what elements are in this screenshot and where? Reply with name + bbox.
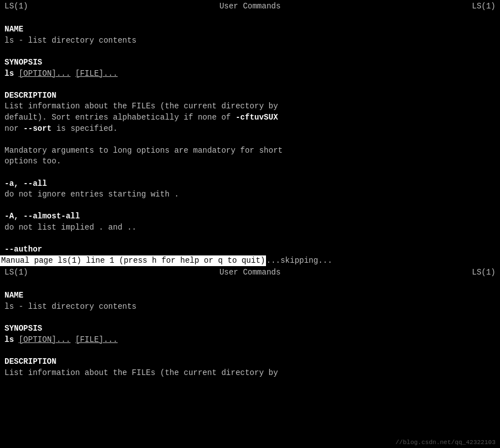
header-bar-1: LS(1) User Commands LS(1)	[0, 0, 500, 13]
description-line2: default). Sort entries alphabetically if…	[0, 112, 500, 124]
header1-center: User Commands	[219, 1, 281, 12]
description-line1: List information about the FILEs (the cu…	[0, 101, 500, 112]
opt-a-content: do not ignore entries starting with .	[0, 189, 500, 200]
description-line6: options too.	[0, 156, 500, 167]
description-title-1: DESCRIPTION	[0, 90, 500, 102]
synopsis-content-1: ls [OPTION]... [FILE]...	[0, 68, 500, 80]
header2-center: User Commands	[219, 267, 281, 278]
name-title-1: NAME	[0, 24, 500, 35]
opt-a-title: -a, --all	[0, 179, 500, 190]
watermark-text: //blog.csdn.net/qq_42322103	[396, 438, 496, 447]
name-content-2: ls - list directory contents	[0, 301, 500, 313]
name-content-1: ls - list directory contents	[0, 35, 500, 47]
description-line3: nor --sort is specified.	[0, 124, 500, 135]
opt-A-title: -A, --almost-all	[0, 211, 500, 222]
name-title-2: NAME	[0, 290, 500, 301]
header2-left: LS(1)	[4, 267, 28, 278]
description2-line1: List information about the FILEs (the cu…	[0, 368, 500, 379]
synopsis-title-2: SYNOPSIS	[0, 323, 500, 335]
synopsis-title-1: SYNOPSIS	[0, 57, 500, 68]
header2-right: LS(1)	[472, 267, 496, 278]
header-bar-2: LS(1) User Commands LS(1)	[0, 266, 500, 280]
status-bar-text: Manual page ls(1) line 1 (press h for he…	[0, 255, 266, 267]
opt-author-title: --author	[0, 244, 500, 255]
synopsis-content-2: ls [OPTION]... [FILE]...	[0, 335, 500, 346]
terminal-window: LS(1) User Commands LS(1) NAME ls - list…	[0, 0, 500, 448]
description-title-2: DESCRIPTION	[0, 356, 500, 368]
description-line5: Mandatory arguments to long options are …	[0, 145, 500, 157]
header1-left: LS(1)	[4, 1, 28, 12]
opt-A-content: do not list implied . and ..	[0, 222, 500, 234]
status-bar-line: Manual page ls(1) line 1 (press h for he…	[0, 255, 500, 267]
status-bar-suffix: ...skipping...	[266, 255, 332, 267]
header1-right: LS(1)	[472, 1, 496, 12]
